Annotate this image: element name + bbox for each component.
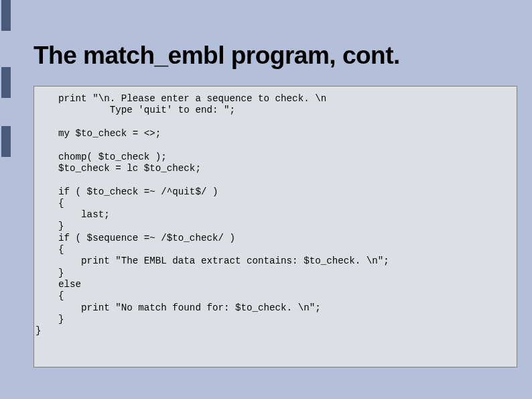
code-line: { bbox=[36, 198, 64, 209]
code-line: } bbox=[36, 268, 64, 278]
rail-segment bbox=[1, 126, 11, 157]
code-line: { bbox=[36, 244, 64, 255]
code-line: chomp( $to_check ); bbox=[36, 152, 167, 162]
code-line: $to_check = lc $to_check; bbox=[36, 163, 201, 174]
code-line: print "\n. Please enter a sequence to ch… bbox=[36, 93, 326, 104]
code-line: print "The EMBL data extract contains: $… bbox=[36, 255, 389, 266]
code-block: print "\n. Please enter a sequence to ch… bbox=[34, 86, 517, 367]
code-line: Type 'quit' to end: "; bbox=[36, 105, 235, 115]
code-line: print "No match found for: $to_check. \n… bbox=[36, 302, 321, 313]
code-line: { bbox=[36, 290, 64, 301]
code-line: if ( $sequence =~ /$to_check/ ) bbox=[36, 233, 235, 243]
code-line: if ( $to_check =~ /^quit$/ ) bbox=[36, 186, 218, 197]
slide-content: The match_embl program, cont. print "\n.… bbox=[34, 42, 517, 367]
code-line: else bbox=[36, 279, 81, 290]
slide-title: The match_embl program, cont. bbox=[34, 42, 517, 70]
code-line: } bbox=[36, 325, 42, 336]
rail-segment bbox=[1, 67, 11, 98]
code-line: } bbox=[36, 221, 64, 231]
code-line: last; bbox=[36, 209, 110, 220]
code-line: } bbox=[36, 314, 64, 325]
rail-segment bbox=[1, 0, 11, 31]
slide-left-rail bbox=[1, 0, 11, 399]
code-line: my $to_check = <>; bbox=[36, 128, 161, 139]
